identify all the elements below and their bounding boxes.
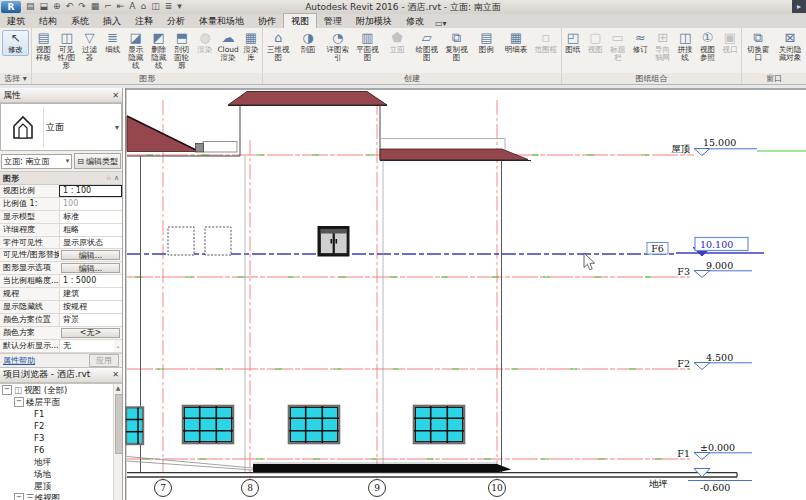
tab-collaborate[interactable]: 协作	[251, 14, 283, 28]
level-head-f3[interactable]: F3 9.000	[677, 260, 752, 278]
grid-bubble-8[interactable]: 8	[242, 480, 259, 497]
level-heads[interactable]: 屋顶 15.000 F6 10.100 F3 9.000	[647, 137, 764, 493]
schedule-button[interactable]: ▦明细表	[501, 29, 531, 54]
callout-button[interactable]: ◔详图索引	[323, 29, 353, 62]
scale-value[interactable]: 100	[59, 198, 122, 210]
penthouse-roof[interactable]	[228, 92, 387, 106]
scrollbar-thumb[interactable]	[115, 394, 122, 454]
grid-bubble-9[interactable]: 9	[369, 480, 386, 497]
hidden-lines-value[interactable]: 按规程	[59, 301, 122, 313]
tab-analyze[interactable]: 分析	[160, 14, 192, 28]
grid-bubbles[interactable]: 7 8 9 10	[155, 480, 506, 497]
edit-type-button[interactable]: ⊟ 编辑类型	[74, 153, 121, 169]
level-head-f2[interactable]: F2 4.500	[677, 352, 752, 370]
panel-sheet-label[interactable]: 图纸组合	[562, 73, 742, 84]
tab-massing-site[interactable]: 体量和场地	[192, 14, 251, 28]
plan-view-button[interactable]: ▥平面视图	[353, 29, 383, 62]
coarse-scale-value[interactable]: 1 : 5000	[59, 275, 122, 287]
level-head-f6-selected[interactable]: F6 10.100	[647, 238, 764, 257]
building-elevation[interactable]	[126, 92, 737, 478]
sheet-button[interactable]: ◰图纸	[562, 29, 584, 54]
chimney[interactable]	[196, 144, 204, 153]
ribbon-state-icon[interactable]: ▭▾	[431, 19, 451, 28]
type-selector-arrow-icon[interactable]: ▾	[115, 123, 119, 132]
view-selector[interactable]: 立面: 南立面 ▾	[1, 154, 72, 169]
window-partial-left[interactable]	[126, 408, 143, 445]
graphic-options-edit-button[interactable]: 编辑...	[61, 263, 120, 273]
drawing-area[interactable]: 屋顶 15.000 F6 10.100 F3 9.000	[125, 88, 806, 500]
tab-modify[interactable]: 修改	[399, 14, 431, 28]
render-cloud-button[interactable]: ☁Cloud 渲染	[216, 29, 239, 62]
title-block-button[interactable]: ▭标题栏	[607, 29, 629, 62]
elevation-button[interactable]: ⬟立面	[382, 29, 412, 54]
tab-architecture[interactable]: 建筑	[0, 14, 32, 28]
matchline-button[interactable]: ◫拼接线	[674, 29, 696, 62]
browser-close-icon[interactable]: ✕	[112, 370, 119, 379]
tab-addins[interactable]: 附加模块	[349, 14, 399, 28]
view-scale-value[interactable]: 1 : 100	[59, 185, 122, 197]
section-graphics[interactable]: 图形 ☆ ∧	[0, 171, 122, 185]
collapse-icon[interactable]: −	[14, 493, 24, 500]
view-template-button[interactable]: ▤视图样板	[32, 29, 55, 62]
infocenter-search[interactable]: ▸	[792, 0, 806, 13]
cut-profile-button[interactable]: ⬒剖切面轮廓	[170, 29, 193, 70]
window[interactable]	[289, 406, 339, 443]
tab-annotate[interactable]: 注释	[128, 14, 160, 28]
tab-view[interactable]: 视图	[283, 13, 317, 28]
double-door[interactable]	[318, 226, 350, 257]
tab-systems[interactable]: 系统	[64, 14, 96, 28]
viewport-button[interactable]: ▣视口	[719, 29, 741, 54]
modify-button[interactable]: ↖ 修改	[2, 30, 29, 56]
view-place-button[interactable]: ▢视图	[584, 29, 606, 54]
level-head-f1[interactable]: F1 ±0.000	[677, 442, 752, 460]
display-model-value[interactable]: 标准	[59, 211, 122, 223]
collapse-icon[interactable]: −	[2, 385, 12, 395]
close-hidden-button[interactable]: ⊠关闭隐藏对象	[774, 29, 806, 62]
revisions-button[interactable]: ≈修订	[629, 29, 651, 54]
section-button[interactable]: ◑剖面	[293, 29, 323, 54]
level-head-wuding[interactable]: 屋顶 15.000	[671, 137, 757, 156]
tree-floor-plans[interactable]: −楼层平面	[0, 396, 122, 408]
remove-hidden-lines-button[interactable]: ◩删除隐藏线	[147, 29, 170, 70]
tree-item-diping[interactable]: 地坪	[0, 456, 122, 468]
drafting-view-button[interactable]: ▱绘图视图	[412, 29, 442, 62]
tab-insert[interactable]: 插入	[96, 14, 128, 28]
grid-bubble-10[interactable]: 10	[489, 480, 506, 497]
panel-graphics-label[interactable]: 图形	[32, 73, 262, 84]
vg-edit-button[interactable]: 编辑...	[61, 250, 120, 260]
apply-button[interactable]: 应用	[89, 354, 119, 367]
panel-windows-label[interactable]: 窗口	[742, 73, 806, 84]
roof-right-slab[interactable]	[380, 149, 528, 160]
duplicate-view-button[interactable]: ⧉复制视图	[442, 29, 472, 62]
tree-3d-views[interactable]: −三维视图	[0, 492, 122, 500]
scope-box-button[interactable]: ▫范围框	[531, 29, 561, 54]
analysis-display-value[interactable]: 无	[59, 340, 114, 352]
detail-level-value[interactable]: 粗略	[59, 224, 122, 236]
tree-item-f6[interactable]: F6	[0, 444, 122, 456]
filter-button[interactable]: ▽过滤器	[78, 29, 101, 62]
tree-views-root[interactable]: −◫视图 (全部)	[0, 384, 122, 396]
scroll-up-icon[interactable]: ▲	[114, 384, 122, 392]
tree-item-f2[interactable]: F2	[0, 420, 122, 432]
collapse-icon[interactable]: −	[14, 397, 24, 407]
tree-item-f3[interactable]: F3	[0, 432, 122, 444]
properties-header[interactable]: 属性 ✕	[0, 88, 122, 103]
visibility-graphics-button[interactable]: ◫可见性/图形	[55, 29, 78, 70]
view-reference-button[interactable]: ①视图参照	[696, 29, 718, 62]
thin-lines-button[interactable]: ≣细线	[101, 29, 124, 54]
parts-visibility-value[interactable]: 显示原状态	[59, 237, 122, 249]
discipline-value[interactable]: 建筑	[59, 288, 122, 300]
windows[interactable]	[126, 406, 464, 444]
tree-item-f1[interactable]: F1	[0, 408, 122, 420]
parapet[interactable]	[203, 142, 237, 153]
color-scheme-button[interactable]: <无>	[61, 328, 120, 338]
show-hidden-lines-button[interactable]: ◪显示隐藏线	[124, 29, 147, 70]
tree-item-changdi[interactable]: 场地	[0, 468, 122, 480]
properties-help-link[interactable]: 属性帮助	[3, 355, 35, 366]
door-opening-dashed[interactable]	[205, 227, 231, 255]
render-gallery-button[interactable]: ▦渲染库	[239, 29, 262, 62]
tree-scrollbar[interactable]: ▲	[113, 384, 122, 500]
view-3d-button[interactable]: ⌂三维视图	[263, 29, 293, 62]
tab-structure[interactable]: 结构	[32, 14, 64, 28]
panel-create-label[interactable]: 创建	[263, 73, 560, 84]
